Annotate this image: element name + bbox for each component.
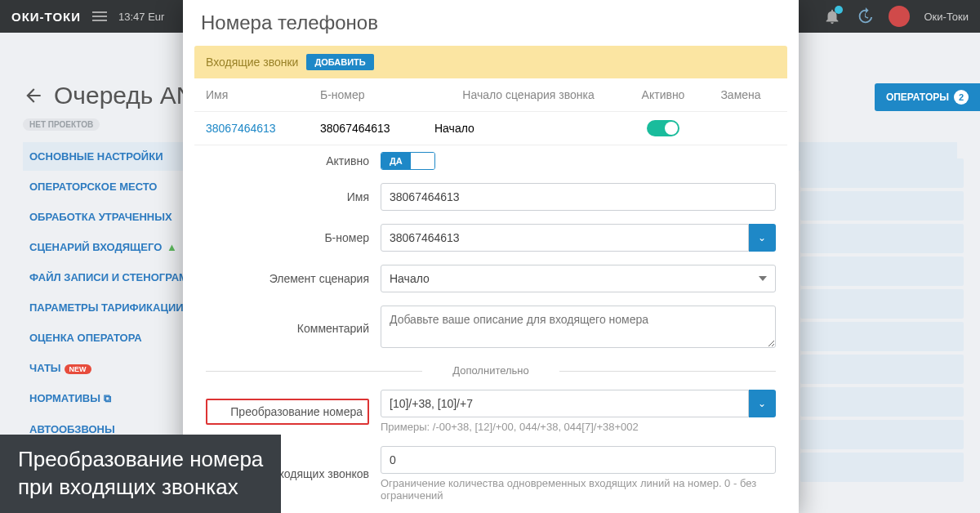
add-button[interactable]: ДОБАВИТЬ — [306, 54, 373, 70]
limit-input[interactable] — [381, 446, 776, 474]
row-bnum: 38067464613 — [320, 122, 434, 135]
notification-badge — [835, 6, 843, 14]
form-actions: СОХРАНИТЬ ОТМЕНА УДАЛИТЬ — [194, 508, 787, 513]
row-scenario: Начало — [434, 122, 622, 135]
col-name: Имя — [206, 88, 320, 101]
no-projects-badge: НЕТ ПРОЕКТОВ — [23, 118, 100, 131]
transform-input[interactable] — [381, 390, 749, 417]
label-active: Активно — [206, 154, 369, 167]
transform-hint: Примеры: /-00+38, [12]/+00, 044/+38, 044… — [381, 421, 776, 433]
page-title: Очередь АN — [54, 82, 194, 109]
section-extra: Дополнительно — [206, 364, 776, 377]
warning-icon: ▲ — [163, 241, 176, 253]
label-scenario: Элемент сценария — [206, 272, 369, 285]
active-switch[interactable]: ДА — [381, 152, 435, 170]
external-link-icon: ⧉ — [100, 392, 111, 404]
bnum-input[interactable] — [381, 224, 749, 252]
incoming-calls-header: Входящие звонки ДОБАВИТЬ — [194, 46, 787, 78]
user-name: Оки-Токи — [924, 11, 969, 23]
history-icon[interactable] — [856, 7, 874, 25]
col-active: Активно — [622, 88, 704, 101]
modal-title: Номера телефонов — [183, 0, 799, 46]
scenario-select[interactable]: Начало — [381, 265, 776, 292]
table-header: Имя Б-номер Начало сценария звонка Актив… — [194, 78, 787, 112]
comment-textarea[interactable] — [381, 306, 776, 348]
col-scenario: Начало сценария звонка — [434, 88, 622, 101]
content-placeholder — [800, 155, 964, 485]
notifications-button[interactable] — [823, 7, 841, 25]
name-input[interactable] — [381, 183, 776, 211]
col-replace: Замена — [704, 88, 777, 101]
label-comment: Комментарий — [206, 322, 369, 335]
slide-caption: Преобразование номерапри входящих звонка… — [0, 435, 281, 513]
limit-hint: Ограничение количества одновременных вхо… — [381, 477, 776, 502]
table-row[interactable]: 38067464613 38067464613 Начало — [194, 112, 787, 145]
operators-button[interactable]: ОПЕРАТОРЫ 2 — [875, 83, 980, 111]
transform-select[interactable]: ⌄ — [381, 390, 776, 417]
avatar[interactable] — [889, 6, 910, 27]
clock-time: 13:47 — [118, 11, 145, 23]
back-arrow-icon[interactable] — [23, 85, 44, 106]
row-active-toggle[interactable] — [647, 120, 679, 136]
clock-tz: Eur — [148, 11, 164, 23]
label-bnum: Б-номер — [206, 231, 369, 244]
label-transform: Преобразование номера — [206, 399, 369, 425]
row-name[interactable]: 38067464613 — [206, 122, 320, 135]
chevron-down-icon[interactable]: ⌄ — [749, 390, 776, 417]
bnum-select[interactable]: ⌄ — [381, 224, 776, 252]
brand: ОКИ-ТОКИ — [11, 10, 81, 24]
menu-icon[interactable] — [92, 11, 107, 21]
incoming-calls-label: Входящие звонки — [206, 56, 298, 69]
label-name: Имя — [206, 190, 369, 203]
operators-count: 2 — [954, 90, 969, 105]
col-bnum: Б-номер — [320, 88, 434, 101]
operators-label: ОПЕРАТОРЫ — [886, 91, 949, 103]
chevron-down-icon[interactable]: ⌄ — [749, 224, 776, 252]
new-badge: NEW — [65, 364, 91, 374]
